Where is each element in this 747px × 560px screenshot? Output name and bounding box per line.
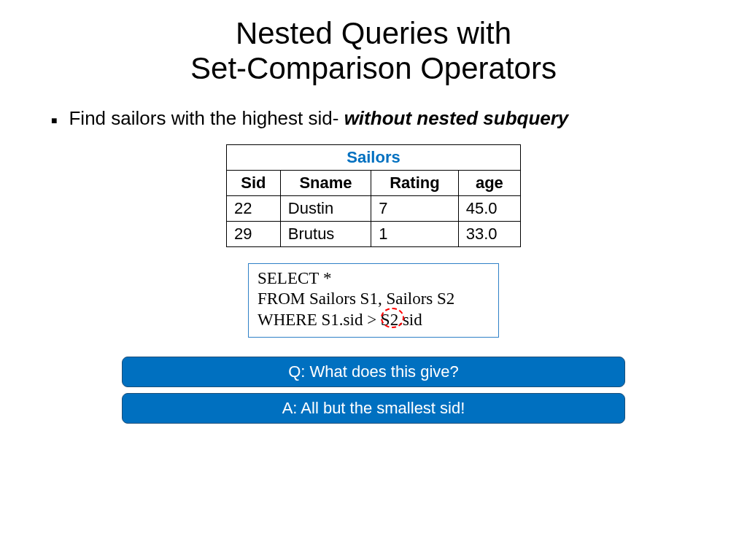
cell: 22 — [227, 195, 281, 221]
sql-code-box: SELECT * FROM Sailors S1, Sailors S2 WHE… — [248, 263, 499, 338]
sql-where-rest: S1.sid > S2.sid — [317, 311, 422, 329]
question-banner: Q: What does this give? — [122, 357, 625, 387]
sailors-table: Sailors Sid Sname Rating age 22 Dustin 7… — [226, 144, 521, 247]
sql-line-select: SELECT * — [258, 268, 489, 289]
banner-stack: Q: What does this give? A: All but the s… — [122, 357, 625, 424]
bullet-emph: without nested subquery — [344, 107, 569, 129]
bullet-text: Find sailors with the highest sid- witho… — [69, 107, 568, 130]
bullet-item: ■ Find sailors with the highest sid- wit… — [0, 107, 747, 130]
bullet-marker-icon: ■ — [51, 114, 57, 126]
cell: 1 — [371, 221, 458, 246]
sql-line-where: WHERE S1.sid > S2.sid — [258, 310, 489, 331]
title-line-1: Nested Queries with — [236, 16, 511, 50]
cell: 33.0 — [458, 221, 520, 246]
kw-select: SELECT — [258, 269, 319, 287]
table-row: 22 Dustin 7 45.0 — [227, 195, 521, 221]
cell: Brutus — [280, 221, 371, 246]
kw-from: FROM — [258, 289, 305, 308]
sailors-table-wrap: Sailors Sid Sname Rating age 22 Dustin 7… — [226, 144, 521, 247]
title-line-2: Set-Comparison Operators — [190, 51, 557, 85]
kw-where: WHERE — [258, 311, 317, 329]
bullet-prefix: Find sailors with the highest sid- — [69, 107, 344, 129]
cell: 45.0 — [458, 195, 520, 221]
sql-from-rest: Sailors S1, Sailors S2 — [305, 289, 454, 308]
cell: 29 — [227, 221, 281, 246]
col-sid: Sid — [227, 170, 281, 195]
col-age: age — [458, 170, 520, 195]
sql-line-from: FROM Sailors S1, Sailors S2 — [258, 289, 489, 310]
col-sname: Sname — [280, 170, 371, 195]
cell: Dustin — [280, 195, 371, 221]
table-header-row: Sid Sname Rating age — [227, 170, 521, 195]
cell: 7 — [371, 195, 458, 221]
table-caption: Sailors — [227, 144, 521, 170]
table-row: 29 Brutus 1 33.0 — [227, 221, 521, 246]
answer-banner: A: All but the smallest sid! — [122, 393, 625, 424]
col-rating: Rating — [371, 170, 458, 195]
slide-title: Nested Queries with Set-Comparison Opera… — [0, 0, 747, 87]
sql-select-rest: * — [319, 269, 331, 287]
